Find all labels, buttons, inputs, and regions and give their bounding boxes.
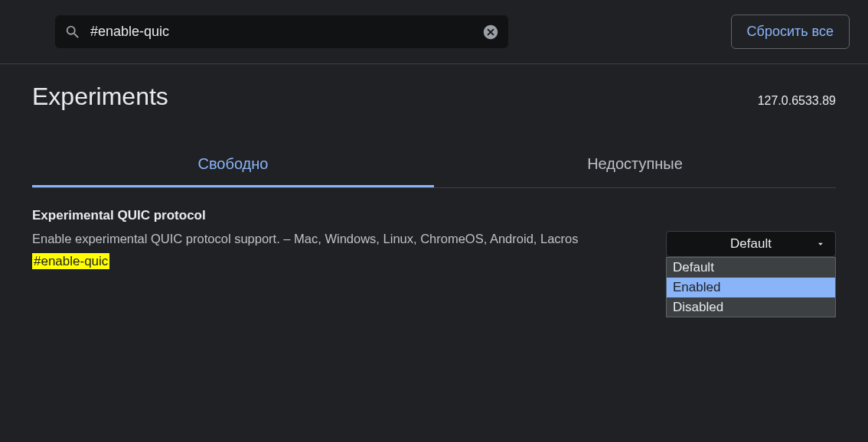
dropdown-option-disabled[interactable]: Disabled [667,297,835,317]
clear-search-icon[interactable] [482,24,499,41]
page-title: Experiments [32,83,168,111]
dropdown-option-default[interactable]: Default [667,258,835,278]
flag-id-hash: #enable-quic [32,253,109,269]
tabs-bar: Свободно Недоступные [32,145,836,188]
flag-description: Enable experimental QUIC protocol suppor… [32,229,629,249]
reset-all-button[interactable]: Сбросить все [731,15,850,49]
search-input[interactable] [90,24,473,40]
flag-select[interactable]: Default [666,231,836,257]
tab-available[interactable]: Свободно [32,145,434,187]
search-container [55,15,508,48]
flag-row: Experimental QUIC protocol Enable experi… [32,188,836,317]
flag-text: Experimental QUIC protocol Enable experi… [32,208,648,269]
search-icon [64,24,81,41]
tab-unavailable[interactable]: Недоступные [434,145,836,187]
flag-select-value: Default [730,236,772,252]
flag-title: Experimental QUIC protocol [32,208,648,223]
version-label: 127.0.6533.89 [758,94,836,108]
flag-select-area: Default Default Enabled Disabled [666,208,836,317]
dropdown-option-enabled[interactable]: Enabled [667,278,835,297]
chevron-down-icon [815,239,826,249]
content-area: Experiments 127.0.6533.89 Свободно Недос… [0,64,868,317]
top-bar: Сбросить все [0,0,868,64]
header-row: Experiments 127.0.6533.89 [32,64,836,125]
flag-dropdown: Default Enabled Disabled [666,257,836,317]
